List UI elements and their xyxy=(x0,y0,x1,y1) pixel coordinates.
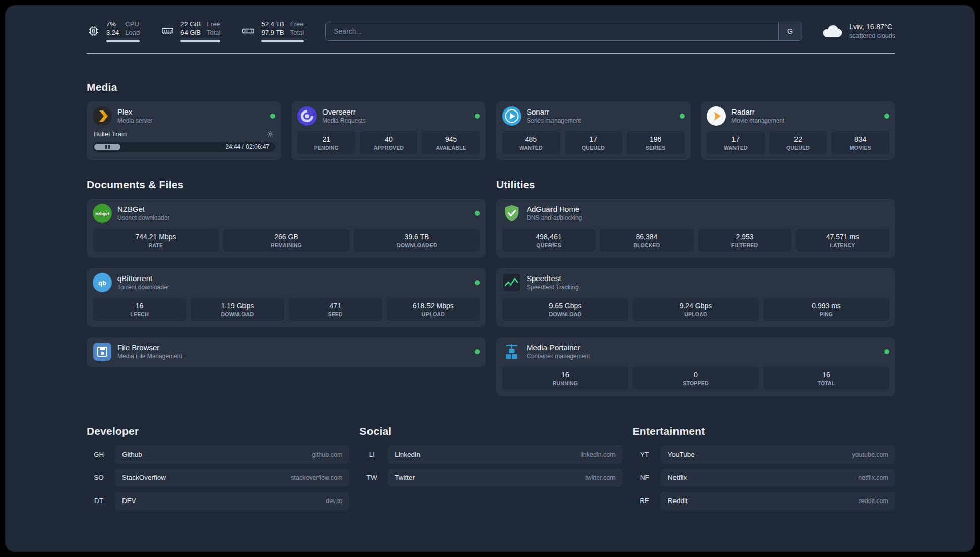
app-link-speedtest[interactable]: Speedtest Speedtest Tracking xyxy=(502,273,579,292)
bookmark-row-twitter: TW Twitter twitter.com xyxy=(359,469,622,487)
memory-metric: 22 GiB 64 GiB Free Total xyxy=(161,20,220,42)
radarr-icon xyxy=(707,106,726,126)
pause-icon[interactable] xyxy=(94,144,120,150)
playback-progress-bar[interactable]: 24:44 / 02:06:47 xyxy=(93,142,275,152)
bookmark-link-github[interactable]: Github github.com xyxy=(115,445,349,464)
app-link-sonarr[interactable]: Sonarr Series management xyxy=(502,106,581,126)
app-subtitle: DNS and adblocking xyxy=(527,214,582,221)
status-online-dot xyxy=(475,211,480,216)
stat-filtered: 2,953 FILTERED xyxy=(698,229,791,252)
stat-approved: 40 APPROVED xyxy=(360,131,418,154)
app-name: Speedtest xyxy=(527,274,579,283)
bookmark-link-linkedin[interactable]: LinkedIn linkedin.com xyxy=(388,445,622,464)
bookmark-abbr: LI xyxy=(359,451,384,458)
now-playing-title: Bullet Train xyxy=(94,130,127,138)
app-link-radarr[interactable]: Radarr Movie management xyxy=(707,106,784,126)
sonarr-icon xyxy=(502,106,521,126)
plex-icon xyxy=(93,106,112,126)
bookmark-abbr: YT xyxy=(633,451,657,458)
bookmark-link-netflix[interactable]: Netflix netflix.com xyxy=(661,469,895,487)
entertainment-section: Entertainment YT YouTube youtube.com NF … xyxy=(633,425,895,510)
app-card-filebrowser: File Browser Media File Management xyxy=(87,337,486,367)
stat-running: 16 RUNNING xyxy=(502,367,628,390)
status-online-dot xyxy=(475,114,480,119)
overseerr-icon xyxy=(297,106,317,126)
cpu-load-value: 3.24 xyxy=(106,29,119,37)
app-card-plex: Plex Media server Bullet Train xyxy=(87,101,281,160)
bookmark-link-stackoverflow[interactable]: StackOverflow stackoverflow.com xyxy=(115,469,349,487)
stat-queries: 498,461 QUERIES xyxy=(502,229,595,252)
app-subtitle: Speedtest Tracking xyxy=(527,284,579,291)
section-title-developer: Developer xyxy=(87,425,349,437)
app-subtitle: Usenet downloader xyxy=(117,214,169,221)
app-name: Plex xyxy=(117,107,152,116)
app-link-filebrowser[interactable]: File Browser Media File Management xyxy=(93,342,182,361)
bookmark-link-dev[interactable]: DEV dev.to xyxy=(115,492,349,510)
app-card-qbittorrent: qb qBittorrent Torrent downloader xyxy=(87,268,486,327)
app-card-overseerr: Overseerr Media Requests 21 PENDING 40 xyxy=(291,101,486,160)
qbittorrent-icon: qb xyxy=(93,273,112,292)
status-online-dot xyxy=(475,280,480,285)
status-online-dot xyxy=(270,114,275,119)
memory-total-value: 64 GiB xyxy=(180,29,201,37)
stat-leech: 16 LEECH xyxy=(93,298,186,321)
app-link-portainer[interactable]: Media Portainer Container management xyxy=(502,342,590,361)
app-card-sonarr: Sonarr Series management 485 WANTED 17 xyxy=(496,101,691,160)
bookmark-link-reddit[interactable]: Reddit reddit.com xyxy=(661,492,895,510)
stat-queued: 22 QUEUED xyxy=(769,131,827,154)
svg-text:nzbget: nzbget xyxy=(95,211,109,216)
section-title-utilities: Utilities xyxy=(496,179,895,191)
storage-free-value: 52.4 TB xyxy=(261,20,284,28)
storage-metric: 52.4 TB 97.9 TB Free Total xyxy=(241,20,304,42)
weather-location: Lviv, 16.87°C xyxy=(849,23,895,31)
search-input[interactable] xyxy=(326,22,778,40)
app-link-adguard[interactable]: AdGuard Home DNS and adblocking xyxy=(502,204,582,223)
app-link-plex[interactable]: Plex Media server xyxy=(93,106,152,126)
section-title-media: Media xyxy=(87,81,895,93)
app-name: qBittorrent xyxy=(117,274,169,283)
weather-condition: scattered clouds xyxy=(849,32,895,39)
bookmark-row-dev: DT DEV dev.to xyxy=(87,492,349,510)
stat-rate: 744.21 Mbps RATE xyxy=(93,229,219,252)
svg-text:qb: qb xyxy=(98,279,106,287)
cpu-usage-value: 7% xyxy=(106,20,119,28)
app-link-overseerr[interactable]: Overseerr Media Requests xyxy=(297,106,366,126)
stat-blocked: 86,384 BLOCKED xyxy=(600,229,693,252)
stat-download: 1.19 Gbps DOWNLOAD xyxy=(191,298,284,321)
app-card-nzbget: nzbget NZBGet Usenet downloader xyxy=(87,199,486,258)
social-section: Social LI LinkedIn linkedin.com TW Twitt… xyxy=(359,425,622,510)
section-title-social: Social xyxy=(359,425,622,437)
status-online-dot xyxy=(680,114,685,119)
stat-available: 945 AVAILABLE xyxy=(422,131,480,154)
storage-free-label: Free xyxy=(290,20,304,28)
status-online-dot xyxy=(884,349,889,354)
stat-seed: 471 SEED xyxy=(289,298,382,321)
playback-time: 24:44 / 02:06:47 xyxy=(225,143,269,150)
stat-wanted: 17 WANTED xyxy=(707,131,765,154)
dashboard-panel: 7% 3.24 CPU Load xyxy=(5,5,975,552)
stat-total: 16 TOTAL xyxy=(763,367,889,390)
gear-icon[interactable] xyxy=(266,130,274,138)
speedtest-graph-icon xyxy=(502,273,521,292)
documents-section: Documents & Files nzbget NZBGet Use xyxy=(87,179,486,396)
section-title-entertainment: Entertainment xyxy=(633,425,895,437)
cpu-chip-icon xyxy=(87,24,100,38)
app-subtitle: Media Requests xyxy=(322,117,366,124)
cpu-usage-bar xyxy=(106,40,140,42)
app-name: Sonarr xyxy=(527,107,581,116)
memory-free-value: 22 GiB xyxy=(180,20,201,28)
app-link-qbittorrent[interactable]: qb qBittorrent Torrent downloader xyxy=(93,273,169,292)
bookmark-row-linkedin: LI LinkedIn linkedin.com xyxy=(359,445,622,464)
app-link-nzbget[interactable]: nzbget NZBGet Usenet downloader xyxy=(93,204,169,223)
app-card-adguard: AdGuard Home DNS and adblocking 498,461 … xyxy=(496,199,895,258)
search-engine-button[interactable]: G xyxy=(778,22,802,40)
status-online-dot xyxy=(884,114,889,119)
cpu-load-label: Load xyxy=(125,29,140,37)
bookmark-link-twitter[interactable]: Twitter twitter.com xyxy=(388,469,622,487)
stat-movies: 834 MOVIES xyxy=(831,131,889,154)
hard-drive-icon xyxy=(241,24,255,38)
utilities-section: Utilities AdGuard Home DNS and adb xyxy=(496,179,895,396)
adguard-shield-icon xyxy=(502,204,521,223)
bookmark-link-youtube[interactable]: YouTube youtube.com xyxy=(661,445,895,464)
portainer-crane-icon xyxy=(502,342,521,361)
